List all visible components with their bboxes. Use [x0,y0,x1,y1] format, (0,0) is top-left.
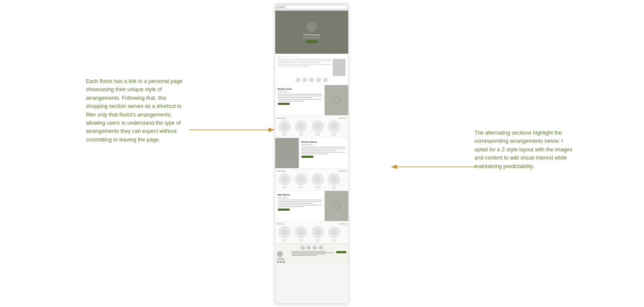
product-price: $00.00 [332,187,336,189]
intro-text-block [278,59,346,76]
footer-line [292,251,326,252]
product-item: Item two $00.00 [294,226,309,242]
text-line [278,62,320,63]
product-price: $00.00 [283,135,286,136]
text-line [278,205,322,206]
product-item: Shopfront $00.00 [327,226,342,242]
intro-icons [278,78,346,82]
product-price: $00.00 [316,135,319,136]
product-item: Item one $00.00 [277,173,292,189]
text-line [301,148,346,149]
right-annotation-text: The alternating sections highlight the c… [474,129,577,171]
left-arrow [189,126,275,134]
text-line [278,200,322,200]
product-price: $00.00 [299,187,303,189]
product-img [312,173,324,185]
product-img [312,226,324,238]
florist-name-bethany: Bethany Solis [278,88,322,90]
footer-line [292,255,317,256]
text-line [278,201,322,202]
florist-card-beatrice: Beatrice Nicaro Seattle, Washington [275,138,348,168]
hero-title: Florist Showcase [304,34,320,36]
hero-subtitle: Find your perfect arrangement [303,37,320,39]
florist-desc-matt [278,200,322,207]
browser-dot-green [282,6,284,8]
product-price: $00.00 [332,135,336,136]
icon-3 [310,78,314,82]
footer-button [336,251,346,253]
text-line [278,206,304,207]
product-grid-1: Bethany's Shop View all items Item one $… [275,115,348,138]
nav-dot [278,56,279,57]
icon-5 [323,78,328,82]
hero-logo [307,21,317,32]
product-img [328,173,340,185]
social-icon-1 [277,261,279,263]
hero-section: Florist Showcase Find your perfect arran… [275,11,348,54]
grid-next-arrow: › [343,120,346,129]
product-price: $00.00 [316,240,319,242]
product-item: Item three $00.00 [310,120,325,136]
intro-nav [278,56,346,57]
footer-info [292,251,334,257]
footer-circle [319,246,323,250]
text-line [278,203,313,204]
product-grid-2: Cathryn's Shop View all items Item one $… [275,168,348,190]
text-line [278,64,331,65]
footer-social [277,261,290,263]
product-img [312,120,324,132]
footer-text-line [277,259,285,260]
product-img [295,120,307,132]
florist-image-icon-alt [284,150,291,157]
florist-name-beatrice: Beatrice Nicaro [301,141,346,143]
svg-marker-1 [268,128,275,132]
text-line [278,61,331,61]
intro-text-lines [278,59,331,76]
product-item: Item one $00.00 [277,120,292,136]
footer-bottom [277,251,346,263]
product-item: Item one $00.00 [277,226,292,242]
footer-logo [277,251,290,263]
product-item: Item three $00.00 [310,226,325,242]
product-img [295,226,307,238]
product-price: $00.00 [283,187,286,189]
grid-header-1: Bethany's Shop View all items [277,117,346,119]
florist-image-icon-matt [333,203,340,209]
florist-button-matt [278,209,290,211]
text-line [278,66,310,67]
intro-image [333,59,346,76]
text-line [278,95,322,96]
florist-desc-beatrice [301,147,346,154]
product-item: Item three $00.00 [310,173,325,189]
nav-line [280,56,289,57]
florist-info-beatrice: Beatrice Nicaro Seattle, Washington [299,138,348,168]
text-line [301,147,346,147]
text-line [278,59,331,60]
footer-line [292,254,326,255]
florist-desc-bethany [278,94,322,101]
product-img [279,226,291,238]
browser-bar [275,4,348,11]
product-price: $00.00 [283,240,286,242]
social-icon-3 [283,261,285,263]
right-annotation: The alternating sections highlight the c… [474,129,577,171]
grid-link-3: View all items [339,223,346,225]
product-item: Shopfront $00.00 [327,120,342,136]
product-img [279,120,291,132]
product-img [328,120,340,132]
grid-link-2: View all items [339,170,346,172]
product-item: Item two $00.00 [294,173,309,189]
text-line [278,97,313,98]
florist-name-matt: Matt Werner [278,193,322,196]
product-img [328,226,340,238]
icon-2 [303,78,307,82]
product-img [279,173,291,185]
footer-logo-shape [277,251,283,257]
nav-line-2 [291,56,299,57]
footer-line [292,252,334,253]
florist-image-icon [333,97,340,104]
text-line [278,99,322,100]
product-price: $00.00 [332,240,336,242]
browser-dot-red [277,6,279,8]
product-grid-3: Matt's Shop View all items Item one $00.… [275,221,348,243]
